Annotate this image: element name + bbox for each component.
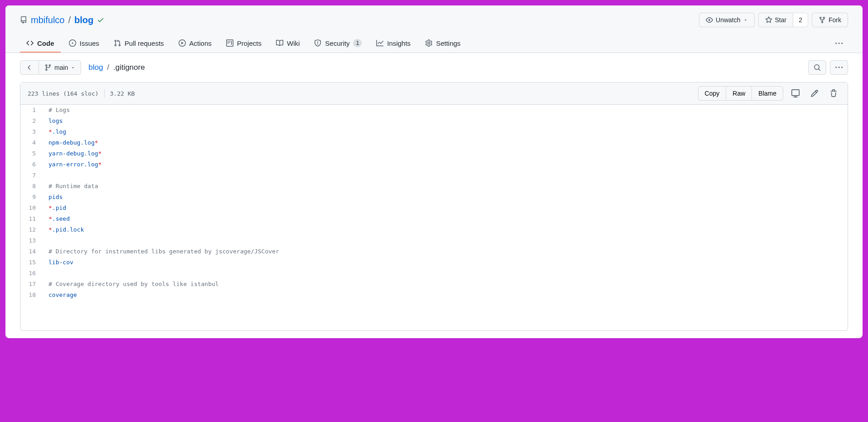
repo-header: mbifulco / blog Unwatch Star 2: [5, 5, 863, 53]
line-number[interactable]: 4: [20, 137, 43, 148]
line-number[interactable]: 11: [20, 213, 43, 224]
line-number[interactable]: 3: [20, 126, 43, 137]
line-number[interactable]: 9: [20, 192, 43, 203]
tab-actions-label: Actions: [189, 39, 212, 47]
line-number[interactable]: 15: [20, 257, 43, 268]
tab-code[interactable]: Code: [20, 34, 61, 53]
eye-icon: [706, 16, 713, 24]
code-line: 18coverage: [20, 290, 848, 301]
tab-security[interactable]: Security 1: [308, 34, 368, 53]
tab-projects-label: Projects: [237, 39, 262, 47]
repo-owner-link[interactable]: mbifulco: [31, 15, 64, 25]
line-content: *.pid: [43, 203, 66, 213]
tab-wiki[interactable]: Wiki: [270, 34, 306, 53]
line-content: *.seed: [43, 213, 70, 224]
code-line: 12*.pid.lock: [20, 224, 848, 235]
copy-button[interactable]: Copy: [698, 86, 727, 101]
code-line: 1# Logs: [20, 105, 848, 116]
code-line: 3*.log: [20, 126, 848, 137]
line-content: npm-debug.log*: [43, 137, 98, 148]
line-number[interactable]: 7: [20, 170, 43, 181]
kebab-icon: [835, 64, 843, 71]
breadcrumb-root[interactable]: blog: [88, 63, 103, 72]
fork-button[interactable]: Fork: [812, 13, 848, 27]
line-content: [43, 268, 48, 279]
line-content: lib-cov: [43, 257, 73, 268]
tab-actions[interactable]: Actions: [172, 34, 218, 53]
delete-button[interactable]: [827, 87, 840, 100]
repo-actions: Unwatch Star 2 Fork: [699, 13, 848, 27]
line-content: # Coverage directory used by tools like …: [43, 279, 219, 290]
code-line: 10*.pid: [20, 203, 848, 213]
tab-insights[interactable]: Insights: [370, 34, 417, 53]
issue-icon: [69, 39, 76, 47]
shield-icon: [314, 39, 321, 47]
tab-code-label: Code: [37, 39, 54, 47]
blame-button[interactable]: Blame: [752, 86, 783, 101]
line-content: yarn-error.log*: [43, 159, 102, 170]
line-content: [43, 235, 48, 246]
line-number[interactable]: 1: [20, 105, 43, 116]
tab-projects[interactable]: Projects: [220, 34, 268, 53]
line-number[interactable]: 16: [20, 268, 43, 279]
star-count[interactable]: 2: [793, 13, 808, 27]
pull-request-icon: [114, 39, 121, 47]
line-number[interactable]: 10: [20, 203, 43, 213]
line-number[interactable]: 2: [20, 116, 43, 126]
branch-picker[interactable]: main: [39, 60, 81, 75]
tab-issues[interactable]: Issues: [63, 34, 106, 53]
star-button[interactable]: Star: [758, 13, 794, 27]
chevron-left-icon: [26, 64, 33, 71]
code-area[interactable]: 1# Logs2logs3*.log4npm-debug.log*5yarn-d…: [20, 105, 848, 330]
pencil-icon: [810, 89, 819, 97]
repo-name-link[interactable]: blog: [74, 15, 93, 25]
line-content: # Runtime data: [43, 181, 98, 192]
code-line: 7: [20, 170, 848, 181]
code-icon: [26, 39, 34, 47]
tab-issues-label: Issues: [80, 39, 99, 47]
file-stats: 223 lines (164 sloc) 3.22 KB: [28, 89, 135, 97]
line-content: # Directory for instrumented libs genera…: [43, 246, 279, 257]
fork-label: Fork: [829, 15, 841, 24]
edit-button[interactable]: [808, 87, 821, 100]
gear-icon: [425, 39, 432, 47]
security-counter: 1: [353, 39, 362, 47]
code-line: 4npm-debug.log*: [20, 137, 848, 148]
tabs-overflow-button[interactable]: [830, 36, 848, 51]
line-number[interactable]: 17: [20, 279, 43, 290]
content-area: main blog / .gitignore: [5, 53, 863, 338]
repo-icon: [20, 16, 27, 24]
raw-button[interactable]: Raw: [726, 86, 752, 101]
line-content: # Logs: [43, 105, 70, 116]
line-number[interactable]: 5: [20, 148, 43, 159]
tab-settings[interactable]: Settings: [419, 34, 467, 53]
line-content: logs: [43, 116, 63, 126]
back-button[interactable]: [20, 60, 39, 75]
tab-security-label: Security: [325, 39, 349, 47]
branch-name: main: [54, 63, 68, 72]
code-line: 11*.seed: [20, 213, 848, 224]
line-number[interactable]: 6: [20, 159, 43, 170]
line-number[interactable]: 18: [20, 290, 43, 301]
tab-wiki-label: Wiki: [287, 39, 300, 47]
line-number[interactable]: 14: [20, 246, 43, 257]
tab-pulls-label: Pull requests: [125, 39, 164, 47]
tab-pulls[interactable]: Pull requests: [107, 34, 170, 53]
line-content: [43, 170, 48, 181]
code-line: 13: [20, 235, 848, 246]
goto-file-button[interactable]: [808, 60, 826, 75]
line-content: *.pid.lock: [43, 224, 84, 235]
app-window: mbifulco / blog Unwatch Star 2: [5, 5, 863, 338]
code-line: 6yarn-error.log*: [20, 159, 848, 170]
file-overflow-button[interactable]: [830, 60, 848, 75]
breadcrumb-separator: /: [107, 63, 109, 72]
line-number[interactable]: 8: [20, 181, 43, 192]
watch-button[interactable]: Unwatch: [699, 13, 754, 27]
line-number[interactable]: 12: [20, 224, 43, 235]
desktop-button[interactable]: [789, 87, 802, 100]
status-check-icon: [97, 16, 104, 24]
play-icon: [179, 39, 186, 47]
repo-title-row: mbifulco / blog Unwatch Star 2: [20, 13, 848, 27]
code-line: 5yarn-debug.log*: [20, 148, 848, 159]
line-number[interactable]: 13: [20, 235, 43, 246]
